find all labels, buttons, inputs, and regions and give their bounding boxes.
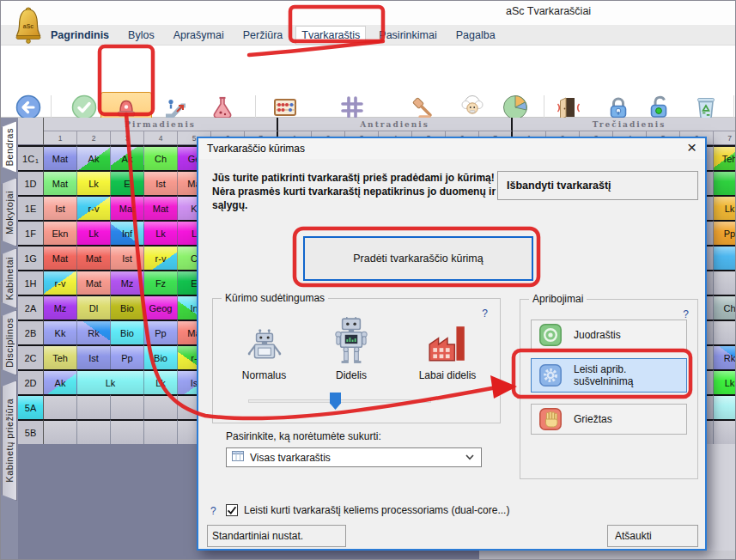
timetable-cell[interactable]: Lk [77, 170, 111, 195]
timetable-cell[interactable]: r-v [44, 270, 77, 295]
timetable-cell[interactable] [714, 170, 736, 195]
timetable-cell[interactable]: Ak [111, 145, 144, 170]
menu-pasirinkimai[interactable]: Pasirinkimai [374, 27, 441, 44]
timetable-cell[interactable] [714, 394, 736, 419]
timetable-cell[interactable]: Mat [111, 195, 144, 220]
timetable-cell[interactable]: Ch [714, 295, 736, 320]
constraint-option-leisti-aprib-su-velninim-[interactable]: Leisti aprib. sušvelninimą [531, 358, 687, 393]
start-generation-button[interactable]: Pradėti tvarkaraščio kūrimą [303, 236, 533, 281]
try-timetable-button[interactable]: Išbandyti tvarkaraštį [497, 171, 698, 200]
timetable-cell[interactable]: Pp [714, 220, 736, 245]
row-label[interactable]: 1E [18, 195, 44, 220]
sidebar-tab-kabinet-prie-i-ra[interactable]: Kabinetų priežiūra [2, 380, 17, 501]
defaults-button[interactable]: Standartiniai nustat. [207, 525, 346, 547]
timetable-cell[interactable]: Lk [144, 369, 178, 394]
row-label[interactable]: 2A [18, 295, 44, 320]
close-icon[interactable]: × [687, 138, 696, 157]
timetable-cell[interactable]: Ist [111, 245, 144, 270]
sidebar-tab-bendras[interactable]: Bendras [2, 121, 17, 173]
timetable-cell-empty[interactable] [714, 419, 736, 444]
sidebar-tab-mokytojai[interactable]: Mokytojai [2, 178, 17, 247]
timetable-cell-empty[interactable] [144, 394, 178, 419]
complexity-option-3[interactable]: Labai didelis [398, 311, 497, 381]
row-label[interactable]: 1H [18, 270, 44, 295]
timetable-cell[interactable]: Ak [44, 369, 77, 394]
row-label[interactable]: 1F [18, 220, 44, 245]
menu-tvarkarastis[interactable]: Tvarkaraštis [296, 27, 365, 44]
menu-perziura[interactable]: Peržiūra [238, 27, 289, 44]
row-label[interactable]: 1D [18, 170, 44, 195]
timetable-cell-empty[interactable] [714, 320, 736, 344]
timetable-cell[interactable]: Ak [77, 145, 111, 170]
timetable-cell-empty[interactable] [714, 270, 736, 295]
cancel-button[interactable]: Atšaukti [607, 525, 698, 547]
timetable-cell[interactable]: Rk [77, 320, 111, 344]
timetable-cell[interactable]: Teh [714, 145, 736, 170]
timetable-cell[interactable]: Lk [77, 220, 111, 245]
row-label[interactable]: 5A [18, 394, 44, 419]
timetable-cell[interactable]: Ch [144, 145, 178, 170]
timetable-cell[interactable]: Mat [77, 270, 111, 295]
menu-pagrindinis[interactable]: Pagrindinis [46, 27, 114, 44]
multicore-help-link[interactable]: ? [210, 505, 216, 517]
complexity-option-1[interactable]: Normalus [223, 311, 305, 381]
timetable-cell[interactable]: Mat [44, 145, 77, 170]
menu-pagalba[interactable]: Pagalba [451, 27, 501, 44]
timetable-cell[interactable]: Mz [44, 295, 77, 320]
sidebar-tab-kabinetai[interactable]: Kabinetai [2, 248, 17, 308]
menu-aprasymai[interactable]: Aprašymai [168, 27, 229, 44]
timetable-cell[interactable]: Bio [111, 320, 144, 344]
timetable-cell[interactable]: Mz [111, 270, 144, 295]
create-scope-select[interactable]: Visas tvarkaraštis [226, 447, 482, 467]
constraint-option-juodra-tis[interactable]: Juodraštis [531, 320, 687, 350]
constraints-help-link[interactable]: ? [683, 308, 689, 320]
timetable-cell-empty[interactable] [144, 419, 178, 444]
menu-bylos[interactable]: Bylos [123, 27, 160, 44]
timetable-cell[interactable] [714, 245, 736, 270]
timetable-cell-empty[interactable] [111, 419, 144, 444]
row-label[interactable]: 1G [18, 245, 44, 270]
timetable-cell[interactable]: Mat [77, 245, 111, 270]
timetable-cell[interactable]: Lk [714, 195, 736, 220]
timetable-cell[interactable]: Kk [44, 320, 77, 344]
row-label[interactable]: 2D [18, 369, 44, 394]
complexity-option-2[interactable]: Didelis [307, 311, 395, 381]
timetable-cell[interactable]: Bio [111, 295, 144, 320]
timetable-cell-empty[interactable] [77, 394, 111, 419]
timetable-cell[interactable]: Ist [144, 170, 178, 195]
timetable-cell[interactable]: Pp [144, 320, 178, 344]
complexity-slider[interactable] [248, 392, 431, 411]
timetable-cell[interactable]: r-v [77, 195, 111, 220]
timetable-cell[interactable]: Mat [144, 195, 178, 220]
timetable-cell-empty[interactable] [77, 419, 111, 444]
multicore-checkbox[interactable] [226, 504, 238, 516]
slider-thumb[interactable] [330, 393, 341, 410]
timetable-cell[interactable]: Mat [44, 170, 77, 195]
timetable-cell[interactable]: Lk [714, 369, 736, 394]
timetable-cell-empty[interactable] [44, 419, 77, 444]
timetable-cell-empty[interactable] [111, 394, 144, 419]
timetable-cell[interactable]: Inf [111, 220, 144, 245]
timetable-cell[interactable]: Pp [111, 344, 144, 369]
row-label[interactable]: 2C [18, 344, 44, 369]
timetable-cell[interactable]: Mat [44, 245, 77, 270]
row-label[interactable]: 2B [18, 320, 44, 344]
timetable-cell[interactable]: Lk [144, 220, 178, 245]
constraint-option-grie-tas[interactable]: Griežtas [531, 404, 687, 435]
timetable-cell[interactable]: E [111, 170, 144, 195]
row-label[interactable]: 1C1 [18, 145, 44, 170]
timetable-cell[interactable]: Lk [77, 369, 144, 394]
timetable-cell[interactable]: Bio [144, 344, 178, 369]
timetable-cell[interactable]: Ekn [44, 220, 77, 245]
timetable-cell[interactable]: r-v [144, 245, 178, 270]
timetable-cell[interactable]: Ist [77, 344, 111, 369]
row-label[interactable]: 5B [18, 419, 44, 444]
timetable-cell[interactable]: Fz [144, 270, 178, 295]
timetable-cell[interactable]: Rk [714, 344, 736, 369]
sidebar-tab-disciplinos[interactable]: Disciplinos [2, 310, 17, 375]
timetable-cell[interactable]: Teh [44, 344, 77, 369]
timetable-cell[interactable]: Dl [77, 295, 111, 320]
timetable-cell-empty[interactable] [44, 394, 77, 419]
timetable-cell[interactable]: Ist [44, 195, 77, 220]
timetable-cell[interactable]: Geog [144, 295, 178, 320]
